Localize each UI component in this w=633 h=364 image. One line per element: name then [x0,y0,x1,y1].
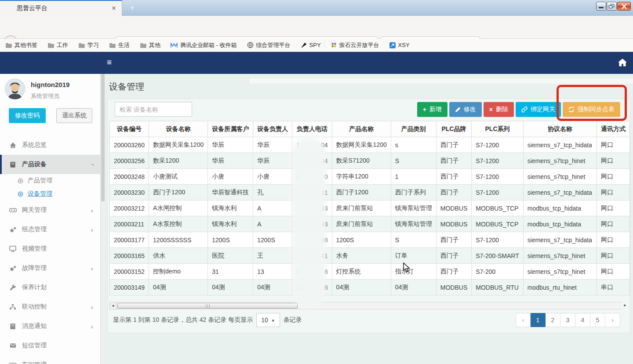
sidebar-item[interactable]: 视频管理 [0,239,100,258]
bookmark-item[interactable]: XSY [389,42,410,48]
bookmark-item[interactable]: SPY [301,42,321,48]
column-header[interactable]: 负责人电话 [292,121,332,137]
table-row[interactable]: 200003211A水泵控制镇海水利A33庶来门前泵站镇海泵站管理MODBUSM… [110,216,630,232]
scrollbar-thumb[interactable] [101,74,105,201]
envelope-icon [9,343,17,348]
change-password-button[interactable]: 修改密码 [9,108,46,123]
toolbar-button-delete[interactable]: ×删除 [484,102,514,117]
bookmark-label: SPY [309,42,321,48]
cell-comm: 网口 [597,232,629,248]
window-close-button[interactable] [617,2,631,11]
table-row[interactable]: 200003152控制demo311318灯控系统指示灯西门子S7-200sie… [110,264,630,280]
scroll-left-icon[interactable]: ◄ [109,302,116,309]
pagination-page-3[interactable]: 3 [560,313,575,327]
cell-protocol: modbus_rtu_hinet [523,280,597,295]
bookmark-item[interactable]: 腾讯企业邮箱 - 收件箱 [171,41,237,49]
sidebar-scrollbar[interactable] [100,74,105,364]
table-row[interactable]: 200003230西门子1200华辰智通科技孔131西门子1200西门子系列西门… [110,185,630,200]
table-row[interactable]: 200003256数采1200华辰华辰104数采S71200S西门子S7-120… [110,153,630,169]
pagination-page-5[interactable]: 5 [590,313,605,327]
cell-category: 西门子系列 [391,185,436,200]
phone-masked-value: 10 [296,173,327,180]
toolbar-button-add[interactable]: +新增 [417,102,447,117]
toolbar-button-force-sync[interactable]: 强制同步点表 [563,102,620,117]
cell-plc-brand: 西门子 [436,232,471,248]
device-search-input[interactable] [115,102,192,116]
column-header[interactable]: PLC系列 [472,121,524,137]
cell-customer: 医院 [208,248,253,264]
sidebar-item[interactable]: 车间管理 [0,355,100,364]
pagination-next[interactable]: › [605,313,620,327]
avatar[interactable] [4,78,25,99]
table-row[interactable]: 200003165供水医院王41水务订单西门子S7-200-SMARTsieme… [110,248,630,264]
table-row[interactable]: 20000314904测04测04测15804测04测MODBUSMODBUS_… [110,280,630,295]
sidebar-toggle-icon[interactable]: ≡ [107,58,112,67]
column-header[interactable]: 设备编号 [110,121,149,137]
cell-phone: 41 [292,248,332,264]
scrollbar-track[interactable] [116,302,622,309]
bookmark-item[interactable]: 工作 [47,41,68,49]
page-size-select[interactable]: 10 ▲ [256,313,280,327]
logout-button[interactable]: 退出系统 [56,108,92,123]
browser-tab[interactable]: 思普云平台 × [0,0,122,16]
column-header[interactable]: 设备名称 [149,121,208,137]
wrench-icon [9,284,17,291]
sidebar-subitem[interactable]: 产品管理 [0,174,100,187]
toolbar-button-edit[interactable]: 修改 [449,102,482,117]
column-header[interactable]: 协议名称 [523,121,597,137]
sidebar-item[interactable]: 系统总览 [0,135,100,155]
table-row[interactable]: 200003248小唐测试小唐小唐10字符串12001西门子S7-1200sie… [110,169,630,185]
window-restore-button[interactable] [607,2,617,11]
sidebar-item-label: 产品设备 [22,160,47,168]
window-minimize-button[interactable] [596,2,606,11]
bookmark-item[interactable]: 其他书签 [5,41,37,49]
sidebar-item[interactable]: 消息通知‹ [0,317,100,336]
button-label: 修改 [464,106,476,113]
column-header[interactable]: 设备所属客户 [208,121,253,137]
sidebar-item[interactable]: 故障管理‹ [0,258,100,278]
column-header[interactable]: 通讯方式 [597,121,629,137]
pagination-page-1[interactable]: 1 [531,313,546,327]
pagination: ‹12345› [516,313,620,327]
column-header[interactable]: 产品类别 [391,121,436,137]
app-home-icon[interactable] [618,58,627,66]
column-header[interactable]: 产品名称 [332,121,391,137]
pagination-page-2[interactable]: 2 [546,313,560,327]
phone-suffix: 31 [321,189,328,196]
column-header[interactable]: 设备负责人 [253,121,292,137]
column-header[interactable]: PLC品牌 [436,121,471,137]
cell-comm: 网口 [597,185,629,200]
chevron-down-icon: ‹ [88,164,96,166]
pagination-prev[interactable]: ‹ [516,313,531,327]
cell-comm: 网口 [597,216,629,232]
sidebar-item[interactable]: 短信管理 [0,336,100,355]
cell-customer: 华辰 [208,137,253,153]
sidebar-item[interactable]: 联动控制‹ [0,297,100,317]
new-tab-button[interactable]: + [127,2,138,14]
table-row[interactable]: 200003212A水闸控制镇海水利A33庶来门前泵站镇海泵站管理MODBUSM… [110,200,630,216]
bookmark-item[interactable]: 其他 [140,41,160,49]
scrollbar-thumb[interactable] [117,303,298,309]
sidebar-subitem[interactable]: 设备管理 [0,187,100,200]
sidebar-item[interactable]: 产品设备‹ [0,155,100,174]
table-row[interactable]: 2000031771200SSSSSS1200S1200S881200SS西门子… [110,232,630,248]
table-row[interactable]: 200003260数据网关采集1200华辰华辰104数据网关采集1200s西门子… [110,137,630,153]
sidebar-item[interactable]: 保养计划 [0,278,100,297]
bookmark-item[interactable]: 综合管理平台 [247,41,291,49]
username: hignton2019 [31,81,69,88]
chevron-left-icon: ‹ [91,303,93,311]
bookmark-item[interactable]: 萤石云开放平台 [331,41,379,49]
bookmark-label: 综合管理平台 [256,41,291,49]
sidebar-item[interactable]: 网关管理‹ [0,200,100,220]
phone-suffix: 33 [321,221,328,228]
sidebar-item[interactable]: 组态管理‹ [0,220,100,239]
horizontal-scrollbar[interactable]: ◄ ► [109,302,629,309]
bookmark-item[interactable]: 生活 [109,41,130,49]
tab-close-icon[interactable]: × [109,4,119,12]
bookmark-item[interactable]: 学习 [78,41,99,49]
pagination-page-4[interactable]: 4 [575,313,590,327]
scroll-right-icon[interactable]: ► [622,302,629,309]
toolbar-button-bind-gateway[interactable]: 绑定网关 [516,102,561,117]
cell-name: 1200SSSSSS [149,232,208,248]
cell-protocol: modbus_tcp_hidata [523,200,597,216]
